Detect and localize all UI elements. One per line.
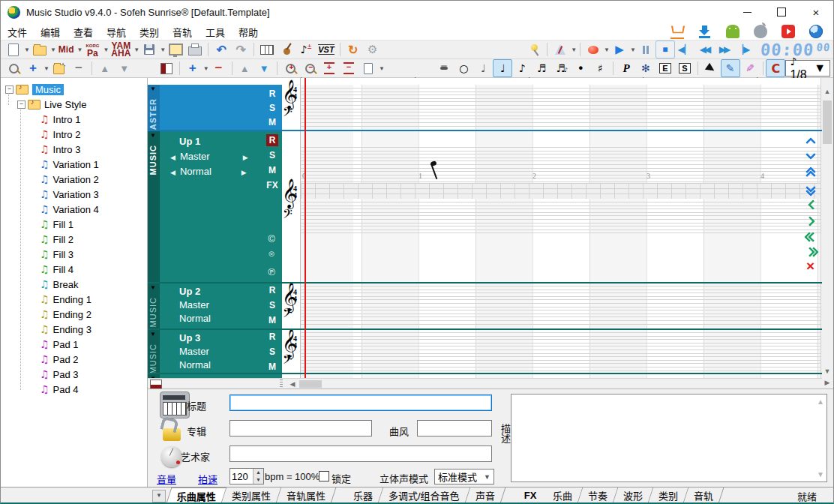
genre-input[interactable]	[417, 420, 492, 436]
artist-input[interactable]	[230, 446, 492, 462]
tree-item-fill-4[interactable]: ♫Fill 4	[40, 262, 74, 276]
description-textarea[interactable]	[512, 394, 826, 482]
menu-item-6[interactable]: 工具	[199, 23, 232, 40]
metronome-button[interactable]	[550, 40, 570, 58]
move-octave-down-button[interactable]	[805, 182, 818, 194]
tab-音轨[interactable]: 音轨	[684, 488, 724, 503]
tab-多调式-组合音色[interactable]: 多调式/组合音色	[379, 488, 470, 503]
pause-button[interactable]	[636, 40, 656, 58]
vst-button[interactable]: VST	[316, 40, 336, 58]
tab-FX[interactable]: FX	[515, 488, 546, 503]
tree-item-variation-1[interactable]: ♫Variation 1	[40, 158, 99, 171]
tree-item-break[interactable]: ♫Break	[40, 278, 79, 291]
collapse-track-icon[interactable]: ▼	[150, 86, 156, 92]
note-transpose-button[interactable]: ♪±	[296, 40, 316, 58]
new-file-button[interactable]	[4, 40, 23, 58]
bpm-down-arrow[interactable]: ▼	[254, 476, 263, 484]
tree-item-pad-3[interactable]: ♫Pad 3	[40, 368, 79, 381]
scroll-down-arrow[interactable]: ▼	[822, 368, 832, 375]
add-track-dropdown[interactable]: ▼	[203, 65, 209, 72]
tree-item-fill-1[interactable]: ♫Fill 1	[40, 218, 74, 231]
tab-乐曲[interactable]: 乐曲	[543, 488, 584, 503]
badge-s[interactable]: S	[266, 102, 278, 114]
tab-音轨属性[interactable]: 音轨属性	[277, 488, 337, 503]
tempo-lock-checkbox[interactable]	[319, 471, 329, 482]
select-tool-button[interactable]	[701, 59, 721, 77]
tree-collapse-folder[interactable]: −	[17, 100, 26, 109]
apple-icon[interactable]	[754, 25, 767, 38]
tree-item-music[interactable]: Music	[16, 82, 64, 96]
menu-item-1[interactable]: 编辑	[34, 23, 67, 40]
score-canvas[interactable]: 01234 ×	[301, 78, 822, 378]
sharp-button[interactable]: ♯	[590, 59, 610, 77]
guitar-button[interactable]	[277, 40, 296, 58]
expression-e-button[interactable]: E	[656, 59, 675, 77]
remove-track-button[interactable]: −	[209, 59, 229, 77]
tab-声音[interactable]: 声音	[465, 488, 506, 503]
zoom-out-button[interactable]	[300, 59, 320, 77]
sixteenth-note-button[interactable]: ♬	[532, 59, 551, 77]
tree-item-intro-3[interactable]: ♫Intro 3	[40, 142, 80, 156]
track-header-up-3[interactable]: ▼MUSICUp 3MasterNormalRSM	[148, 330, 282, 373]
scroll-left-arrow[interactable]: ◀	[287, 380, 298, 388]
tempo-link[interactable]: 拍速	[198, 472, 218, 486]
toggle-panel-button[interactable]	[157, 59, 176, 77]
undo-button[interactable]: ↶	[212, 40, 231, 58]
move-category-up-button[interactable]: ▲	[95, 59, 115, 77]
track-separator[interactable]	[148, 130, 822, 131]
tree-item-pad-4[interactable]: ♫Pad 4	[40, 382, 79, 396]
collapse-tracks-button[interactable]: −	[339, 59, 358, 77]
tab-类别属性[interactable]: 类别属性	[222, 488, 282, 503]
badge-m[interactable]: M	[266, 164, 278, 176]
half-note-button[interactable]: ♩	[473, 59, 493, 77]
add-category-button[interactable]: +	[23, 59, 43, 77]
ornament-button[interactable]: ✻	[636, 59, 656, 77]
add-track-button[interactable]: +	[183, 59, 202, 77]
track-strip[interactable]: ▼MUSIC	[148, 131, 160, 282]
move-category-down-button[interactable]: ▼	[115, 59, 134, 77]
move-track-up-button[interactable]: ▲	[235, 59, 254, 77]
settings-button[interactable]: ⚙	[363, 40, 382, 58]
save-dropdown[interactable]: ▼	[160, 46, 166, 53]
track-source-select[interactable]: Master	[179, 346, 209, 357]
korg-dropdown[interactable]: ▼	[103, 46, 109, 53]
open-file-dropdown[interactable]: ▼	[50, 46, 56, 53]
scroll-up-arrow[interactable]: ▲	[817, 398, 824, 406]
move-note-down-button[interactable]	[805, 149, 818, 161]
pedal-button[interactable]: P	[616, 59, 636, 77]
eighth-note-button[interactable]: ♪	[512, 59, 532, 77]
midi-import-button[interactable]: Mid	[56, 40, 76, 58]
badge-r[interactable]: R	[266, 134, 278, 146]
tree-item-live-style[interactable]: Live Style	[28, 98, 86, 111]
track-source-select[interactable]: Master	[179, 299, 209, 310]
menu-item-5[interactable]: 音轨	[166, 23, 199, 40]
track-source-select[interactable]: ◀Master▶	[166, 151, 253, 162]
whole-note-button[interactable]: ○	[454, 59, 473, 77]
badge-s[interactable]: S	[266, 346, 278, 358]
korg-import-button[interactable]: KORGPa	[82, 40, 102, 58]
pencil-tool-button[interactable]: ✎	[721, 59, 740, 77]
track-separator[interactable]	[148, 282, 822, 284]
track-name[interactable]: Up 3	[179, 332, 200, 344]
track-name[interactable]: Up 2	[179, 286, 200, 297]
close-button[interactable]: ×	[799, 1, 833, 23]
badge-m[interactable]: M	[266, 314, 278, 326]
splitter-handle[interactable]	[280, 380, 283, 388]
title-input[interactable]	[230, 394, 492, 411]
scroll-up-arrow[interactable]: ▲	[822, 88, 832, 95]
collapse-track-icon[interactable]: ▼	[150, 331, 156, 338]
duplicate-category-button[interactable]: +	[50, 59, 69, 77]
web-icon[interactable]	[809, 25, 823, 38]
vertical-scroll-thumb[interactable]	[823, 100, 832, 144]
badge-r[interactable]: R	[266, 284, 278, 296]
cart-icon[interactable]	[670, 24, 684, 39]
tab-波形[interactable]: 波形	[614, 488, 654, 503]
badge-m[interactable]: M	[266, 361, 278, 373]
download-icon[interactable]	[698, 25, 712, 38]
track-separator[interactable]	[148, 328, 822, 330]
tab-节奏[interactable]: 节奏	[578, 488, 619, 503]
scroll-right-arrow[interactable]: ▶	[822, 379, 832, 386]
tree-item-variation-4[interactable]: ♫Variation 4	[40, 202, 99, 216]
badge-s[interactable]: S	[266, 299, 278, 311]
move-octave-up-button[interactable]	[805, 167, 818, 179]
